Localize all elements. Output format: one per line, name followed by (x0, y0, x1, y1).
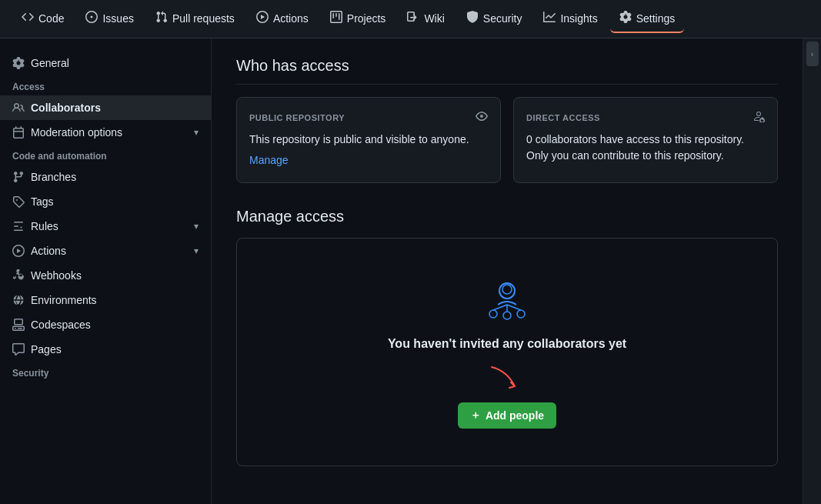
nav-label-pull-requests: Pull requests (172, 12, 235, 25)
add-people-button[interactable]: ＋ Add people (458, 402, 556, 429)
nav-label-wiki: Wiki (424, 12, 444, 25)
nav-label-issues: Issues (102, 12, 133, 25)
sidebar-label-general: General (31, 57, 69, 69)
environments-icon (12, 294, 25, 306)
nav-item-security[interactable]: Security (457, 5, 532, 33)
nav-item-insights[interactable]: Insights (534, 5, 606, 33)
nav-item-actions[interactable]: Actions (247, 5, 318, 33)
nav-label-insights: Insights (560, 12, 597, 25)
issues-icon (85, 11, 98, 25)
nav-item-settings[interactable]: Settings (610, 5, 685, 33)
eye-icon (476, 110, 488, 125)
sidebar-item-collaborators[interactable]: Collaborators (0, 95, 211, 120)
sidebar-label-collaborators: Collaborators (31, 102, 101, 114)
direct-access-text: 0 collaborators have access to this repo… (526, 132, 765, 164)
direct-access-card: DIRECT ACCESS 0 collaborators have acces… (513, 97, 778, 183)
insights-icon (543, 11, 556, 25)
tags-icon (12, 195, 25, 208)
direct-access-label: DIRECT ACCESS (526, 113, 600, 122)
people-icon (12, 102, 25, 114)
sidebar-label-webhooks: Webhooks (31, 269, 82, 282)
top-navigation: Code Issues Pull requests Actions Projec… (0, 0, 821, 38)
sidebar-section-access: Access (0, 75, 211, 95)
chevron-down-icon-actions: ▾ (194, 245, 199, 256)
plus-icon: ＋ (470, 409, 481, 422)
sidebar-item-actions[interactable]: Actions ▾ (0, 239, 211, 263)
main-content: Who has access PUBLIC REPOSITORY This re… (212, 38, 803, 504)
sidebar-item-webhooks[interactable]: Webhooks (0, 263, 211, 288)
settings-icon (619, 11, 632, 25)
red-arrow-icon (484, 363, 530, 394)
chevron-down-icon-rules: ▾ (194, 221, 199, 232)
nav-label-security: Security (483, 12, 522, 25)
projects-icon (330, 11, 342, 25)
nav-label-actions: Actions (273, 12, 309, 25)
svg-point-4 (503, 312, 511, 319)
who-has-access-title: Who has access (236, 57, 778, 85)
svg-point-2 (489, 310, 497, 318)
sidebar-label-pages: Pages (31, 343, 62, 355)
sidebar: General Access Collaborators Moderation … (0, 38, 212, 504)
nav-item-pull-requests[interactable]: Pull requests (146, 5, 244, 33)
manage-access-title: Manage access (236, 208, 778, 225)
sidebar-item-tags[interactable]: Tags (0, 189, 211, 214)
collaborator-illustration (255, 275, 759, 325)
nav-label-projects: Projects (347, 12, 386, 25)
pages-icon (12, 343, 25, 355)
svg-point-3 (517, 310, 525, 318)
sidebar-label-environments: Environments (31, 294, 97, 306)
codespaces-icon (12, 319, 25, 331)
sidebar-item-codespaces[interactable]: Codespaces (0, 312, 211, 337)
svg-point-0 (499, 283, 515, 299)
manage-link[interactable]: Manage (249, 154, 289, 166)
chevron-down-icon: ▾ (194, 127, 199, 138)
svg-point-1 (502, 285, 512, 294)
nav-item-wiki[interactable]: Wiki (398, 5, 453, 33)
sidebar-label-branches: Branches (31, 171, 76, 183)
sidebar-item-environments[interactable]: Environments (0, 288, 211, 312)
sidebar-item-branches[interactable]: Branches (0, 165, 211, 189)
sidebar-section-security: Security (0, 362, 211, 382)
branches-icon (12, 171, 25, 183)
person-add-icon (753, 110, 765, 125)
access-cards: PUBLIC REPOSITORY This repository is pub… (236, 97, 778, 183)
sidebar-label-moderation-options: Moderation options (31, 126, 122, 139)
scroll-button[interactable]: › (806, 42, 819, 66)
nav-item-issues[interactable]: Issues (76, 5, 142, 33)
public-repo-text: This repository is public and visible to… (249, 132, 488, 148)
svg-line-5 (493, 305, 507, 310)
gear-icon (12, 57, 25, 69)
sidebar-item-rules[interactable]: Rules ▾ (0, 214, 211, 239)
actions-icon (256, 11, 269, 25)
public-repo-card: PUBLIC REPOSITORY This repository is pub… (236, 97, 501, 183)
nav-item-projects[interactable]: Projects (321, 5, 395, 33)
security-icon (466, 11, 479, 25)
code-icon (22, 11, 34, 25)
sidebar-item-pages[interactable]: Pages (0, 337, 211, 362)
public-repo-label: PUBLIC REPOSITORY (249, 113, 345, 122)
sidebar-label-codespaces: Codespaces (31, 319, 91, 331)
rules-icon (12, 220, 25, 232)
svg-line-6 (507, 305, 521, 310)
scroll-panel: › (803, 38, 821, 504)
main-layout: General Access Collaborators Moderation … (0, 38, 821, 504)
manage-access-box: You haven't invited any collaborators ye… (236, 238, 778, 466)
no-collaborators-text: You haven't invited any collaborators ye… (255, 337, 759, 351)
sidebar-label-actions: Actions (31, 245, 66, 257)
nav-item-code[interactable]: Code (12, 5, 73, 33)
moderation-icon (12, 126, 25, 139)
sidebar-label-rules: Rules (31, 220, 58, 232)
sidebar-label-tags: Tags (31, 195, 54, 208)
sidebar-item-moderation-options[interactable]: Moderation options ▾ (0, 120, 211, 145)
nav-label-settings: Settings (636, 12, 676, 25)
sidebar-item-general[interactable]: General (0, 51, 211, 75)
wiki-icon (407, 11, 419, 25)
actions-sidebar-icon (12, 245, 25, 257)
sidebar-section-code-automation: Code and automation (0, 145, 211, 165)
webhooks-icon (12, 269, 25, 282)
pr-icon (155, 11, 168, 25)
nav-label-code: Code (38, 12, 64, 25)
